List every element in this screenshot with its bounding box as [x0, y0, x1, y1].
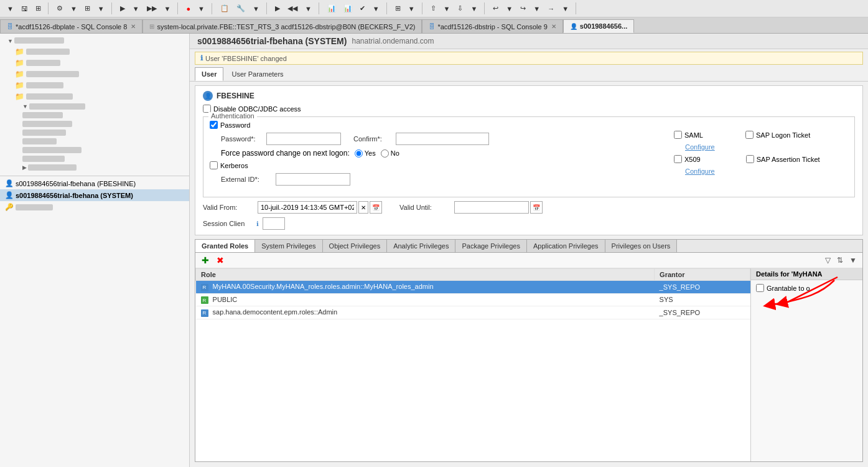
configure-link-x509[interactable]: Configure — [685, 167, 715, 175]
bottom-tab-package-privileges[interactable]: Package Privileges — [455, 240, 527, 252]
sidebar-blurred-item-3[interactable]: 📁 — [12, 68, 184, 80]
table-row-1[interactable]: R PUBLIC SYS — [196, 293, 750, 306]
sidebar-item-fbeshine[interactable]: 👤 s0019884656trial-fbehana (FBESHINE) — [0, 177, 189, 189]
sidebar-blurred-item-5[interactable]: 📁 — [12, 91, 184, 102]
remove-role-btn[interactable]: ✖ — [214, 254, 226, 267]
table-row-0[interactable]: R MyHANA.00Security.MyHANA_roles.roles.a… — [196, 281, 750, 294]
toolbar-btn-run-dd[interactable]: ▼ — [67, 3, 80, 14]
saml-label[interactable]: SAML — [674, 131, 703, 139]
sidebar-blurred-item-11[interactable] — [20, 146, 184, 154]
password-checkbox-label[interactable]: Password — [210, 121, 250, 129]
tab-close-3[interactable]: ✕ — [551, 23, 556, 30]
session-client-input[interactable] — [263, 217, 285, 230]
toolbar-btn-up-dd[interactable]: ▼ — [441, 3, 454, 14]
confirm-input[interactable] — [396, 133, 489, 145]
clear-date-btn[interactable]: ✕ — [358, 201, 368, 214]
tab-sql-console-8[interactable]: 🗄 *acdf15126-dbplate - SQL Console 8 ✕ — [0, 19, 142, 33]
toolbar-btn-check-dd[interactable]: ▼ — [370, 3, 383, 14]
sidebar-tree-root[interactable]: ▼ — [5, 36, 184, 46]
x509-checkbox-label[interactable]: X509 — [674, 155, 701, 163]
bottom-tab-analytic-privileges[interactable]: Analytic Privileges — [387, 240, 455, 252]
valid-until-input[interactable] — [454, 201, 529, 214]
toolbar-btn-nav-back-dd[interactable]: ▼ — [302, 3, 315, 14]
password-input[interactable] — [266, 133, 341, 145]
toolbar-btn-new[interactable]: ▼ — [4, 3, 17, 14]
sub-tab-user[interactable]: User — [195, 67, 223, 81]
toolbar-btn-grid-dd[interactable]: ▼ — [405, 3, 418, 14]
radio-yes-label[interactable]: Yes — [355, 149, 376, 158]
sidebar-blurred-item-2[interactable]: 📁 — [12, 57, 184, 68]
configure-link-saml[interactable]: Configure — [685, 143, 715, 151]
saml-checkbox[interactable] — [674, 131, 682, 139]
tab-user-system[interactable]: 👤 s0019884656... — [563, 19, 634, 33]
toolbar-btn-nav-fwd[interactable]: ▶ — [272, 2, 283, 14]
table-row-2[interactable]: R sap.hana.democontent.epm.roles::Admin … — [196, 306, 750, 319]
sub-tab-user-parameters[interactable]: User Parameters — [225, 67, 290, 81]
bottom-tab-application-privileges[interactable]: Application Privileges — [527, 240, 605, 252]
toolbar-btn-play2-dd[interactable]: ▼ — [161, 3, 174, 14]
toolbar-btn-play-dd[interactable]: ▼ — [129, 3, 142, 14]
toolbar-btn-tools[interactable]: 🔧 — [233, 2, 248, 14]
session-client-info-icon[interactable]: ℹ — [256, 220, 259, 227]
column-chooser-btn[interactable]: ▼ — [847, 255, 859, 265]
toolbar-btn-check[interactable]: ✔ — [357, 2, 368, 14]
grantable-checkbox[interactable] — [756, 284, 764, 292]
toolbar-btn-up[interactable]: ⇧ — [427, 2, 439, 14]
sort-btn[interactable]: ⇅ — [835, 255, 845, 265]
x509-checkbox[interactable] — [674, 155, 682, 163]
toolbar-btn-undo[interactable]: ↩ — [490, 2, 502, 14]
toolbar-btn-play[interactable]: ▶ — [117, 2, 128, 14]
sidebar-item-role[interactable]: 🔑 — [0, 201, 189, 213]
toolbar-btn-stop[interactable]: ● — [183, 3, 194, 14]
sap-logon-checkbox[interactable] — [745, 131, 754, 139]
sidebar-blurred-item-10[interactable] — [20, 137, 184, 146]
bottom-tab-privileges-on-users[interactable]: Privileges on Users — [605, 240, 678, 252]
toolbar-btn-window[interactable]: ⊞ — [32, 2, 44, 14]
tab-system-local[interactable]: ⊞ system-local.private.FBE::TEST_RTS_3 a… — [142, 19, 422, 33]
sap-logon-checkbox-label[interactable]: SAP Logon Ticket — [745, 131, 810, 139]
add-role-btn[interactable]: ✚ — [199, 254, 212, 267]
bottom-tab-system-privileges[interactable]: System Privileges — [255, 240, 322, 252]
kerberos-checkbox[interactable] — [210, 161, 218, 169]
bottom-tab-object-privileges[interactable]: Object Privileges — [323, 240, 388, 252]
toolbar-btn-forward-dd[interactable]: ▼ — [559, 3, 572, 14]
toolbar-btn-ext-dd[interactable]: ▼ — [95, 3, 108, 14]
sap-assertion-checkbox[interactable] — [746, 155, 754, 163]
toolbar-btn-play2[interactable]: ▶▶ — [144, 2, 160, 14]
toolbar-btn-grid[interactable]: ⊞ — [392, 2, 404, 14]
toolbar-btn-clipboard[interactable]: 📋 — [217, 2, 232, 14]
toolbar-btn-forward[interactable]: → — [544, 3, 558, 14]
toolbar-btn-redo-dd[interactable]: ▼ — [530, 3, 543, 14]
password-checkbox[interactable] — [210, 121, 218, 129]
kerberos-checkbox-label[interactable]: Kerberos — [210, 161, 248, 169]
sap-assertion-checkbox-label[interactable]: SAP Assertion Ticket — [746, 155, 820, 163]
sidebar-blurred-item-6[interactable]: ▼ — [20, 102, 184, 111]
radio-yes[interactable] — [355, 149, 363, 158]
tab-close-1[interactable]: ✕ — [131, 23, 136, 30]
toolbar-btn-ext[interactable]: ⊞ — [82, 2, 93, 14]
toolbar-btn-down-dd[interactable]: ▼ — [467, 3, 480, 14]
sidebar-blurred-item-8[interactable] — [20, 120, 184, 128]
calendar-until-btn[interactable]: 📅 — [530, 201, 543, 214]
toolbar-btn-undo-dd[interactable]: ▼ — [503, 3, 516, 14]
bottom-tab-granted-roles[interactable]: Granted Roles — [195, 240, 255, 252]
external-id-input[interactable] — [276, 173, 350, 186]
grantable-checkbox-label[interactable]: Grantable to o — [756, 284, 857, 292]
sidebar-blurred-item-1[interactable]: 📁 — [12, 46, 184, 57]
radio-no[interactable] — [381, 149, 389, 158]
filter-btn[interactable]: ▽ — [823, 255, 833, 265]
tab-sql-console-9[interactable]: 🗄 *acdf15126-dbstrip - SQL Console 9 ✕ — [422, 19, 562, 33]
toolbar-btn-tools-dd[interactable]: ▼ — [250, 3, 263, 14]
toolbar-btn-save[interactable]: 🖫 — [18, 3, 31, 14]
toolbar-btn-redo[interactable]: ↪ — [517, 2, 529, 14]
sidebar-blurred-item-12[interactable] — [20, 154, 184, 163]
sidebar-blurred-item-7[interactable] — [20, 111, 184, 120]
toolbar-btn-nav-back[interactable]: ◀◀ — [284, 2, 301, 14]
sidebar-blurred-item-9[interactable] — [20, 128, 184, 137]
toolbar-btn-chart2[interactable]: 📊 — [340, 2, 355, 14]
toolbar-btn-down[interactable]: ⇩ — [454, 2, 466, 14]
sidebar-blurred-item-13[interactable]: ▶ — [20, 163, 184, 172]
toolbar-btn-stop-dd[interactable]: ▼ — [195, 3, 208, 14]
valid-from-input[interactable]: 10-juil.-2019 14:13:45 GMT+02:00 — [258, 201, 357, 214]
sidebar-item-system[interactable]: 👤 s0019884656trial-fbehana (SYSTEM) — [0, 189, 189, 201]
